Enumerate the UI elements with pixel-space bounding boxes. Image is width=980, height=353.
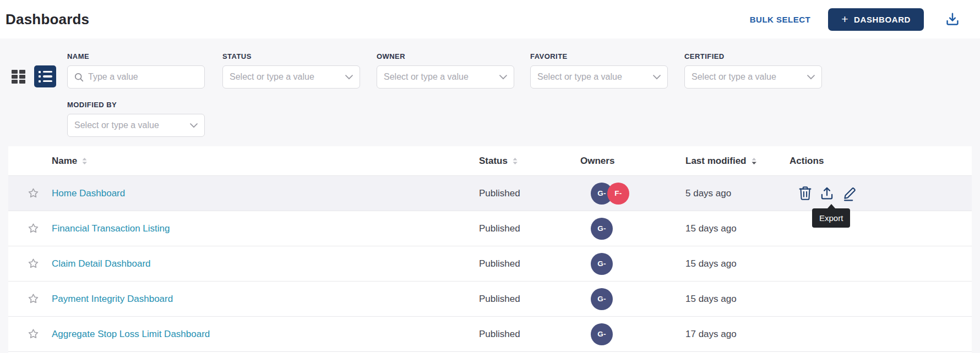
owners-cell: G- <box>580 218 685 240</box>
filter-favorite: FAVORITE Select or type a value <box>530 52 668 89</box>
table-row[interactable]: Aggregate Stop Loss Limit DashboardPubli… <box>8 317 972 352</box>
owner-avatar: G- <box>591 218 613 240</box>
delete-icon <box>798 186 812 201</box>
owner-filter-select[interactable]: Select or type a value <box>377 65 514 89</box>
export-tooltip: Export <box>812 208 850 228</box>
column-header-last-modified[interactable]: Last modified <box>685 156 790 167</box>
list-view-toggle[interactable] <box>34 65 56 87</box>
star-icon <box>27 187 40 200</box>
status-value: Published <box>479 329 580 340</box>
owners-cell: G-F- <box>580 183 685 205</box>
chevron-down-icon <box>345 75 353 80</box>
edit-icon <box>842 186 857 201</box>
sort-icon <box>752 157 756 165</box>
column-header-label: Name <box>52 156 77 167</box>
filter-certified: CERTIFIED Select or type a value <box>684 52 822 89</box>
favorite-star-button[interactable] <box>8 328 52 340</box>
grid-view-toggle[interactable] <box>12 70 25 83</box>
column-header-label: Actions <box>790 156 824 167</box>
actions-cell <box>790 246 972 281</box>
download-icon <box>944 11 961 27</box>
filter-status-label: STATUS <box>222 52 360 60</box>
owners-cell: G- <box>580 253 685 275</box>
favorite-star-button[interactable] <box>8 222 52 235</box>
owners-cell: G- <box>580 323 685 345</box>
certified-filter-select[interactable]: Select or type a value <box>684 65 822 89</box>
star-icon <box>27 257 40 270</box>
plus-icon: + <box>841 13 848 25</box>
filter-owner: OWNER Select or type a value <box>377 52 514 89</box>
table-row[interactable]: Home DashboardPublishedG-F-5 days agoExp… <box>8 176 972 211</box>
owner-filter-placeholder: Select or type a value <box>384 72 495 82</box>
actions-cell <box>790 317 972 351</box>
star-icon <box>27 293 40 305</box>
chevron-down-icon <box>653 75 661 80</box>
filter-name-label: NAME <box>67 52 205 60</box>
filter-certified-label: CERTIFIED <box>684 52 822 60</box>
search-icon <box>74 73 84 82</box>
modified-by-filter-select[interactable]: Select or type a value <box>67 114 205 137</box>
status-value: Published <box>479 294 580 305</box>
sort-icon <box>82 157 87 165</box>
favorite-star-button[interactable] <box>8 257 52 270</box>
owner-avatar: G- <box>591 288 613 310</box>
column-header-actions: Actions <box>790 156 972 167</box>
column-header-owners: Owners <box>580 156 685 167</box>
star-icon <box>27 328 40 340</box>
table-body: Home DashboardPublishedG-F-5 days agoExp… <box>8 176 972 352</box>
download-button[interactable] <box>944 11 961 27</box>
column-header-label: Last modified <box>685 156 747 167</box>
owners-cell: G- <box>580 288 685 310</box>
filter-modified-by-label: MODIFIED BY <box>67 101 205 109</box>
owner-avatar: G- <box>591 323 613 345</box>
chevron-down-icon <box>190 123 198 128</box>
status-value: Published <box>479 223 580 234</box>
edit-button[interactable] <box>842 186 857 201</box>
column-header-status[interactable]: Status <box>479 156 580 167</box>
owner-avatar: G- <box>591 253 613 275</box>
status-filter-placeholder: Select or type a value <box>230 72 341 82</box>
modified-by-filter-placeholder: Select or type a value <box>74 120 186 130</box>
bulk-select-button[interactable]: BULK SELECT <box>750 15 811 24</box>
dashboard-name-link[interactable]: Payment Integrity Dashboard <box>52 294 173 304</box>
filter-name: NAME <box>67 52 205 89</box>
dashboards-table: NameStatusOwnersLast modifiedActions Hom… <box>8 146 972 353</box>
dashboard-name-link[interactable]: Aggregate Stop Loss Limit Dashboard <box>52 329 210 339</box>
chevron-down-icon <box>499 75 507 80</box>
last-modified-value: 5 days ago <box>685 188 790 199</box>
filter-status: STATUS Select or type a value <box>222 52 360 89</box>
delete-button[interactable] <box>798 186 812 201</box>
favorite-star-button[interactable] <box>8 293 52 305</box>
filter-modified-by: MODIFIED BY Select or type a value <box>67 101 205 137</box>
chevron-down-icon <box>807 75 815 80</box>
top-bar-actions: BULK SELECT + DASHBOARD <box>750 8 961 31</box>
dashboard-name-link[interactable]: Home Dashboard <box>52 188 125 198</box>
favorite-filter-select[interactable]: Select or type a value <box>530 65 668 89</box>
dashboard-name-link[interactable]: Financial Transaction Listing <box>52 223 170 234</box>
favorite-filter-placeholder: Select or type a value <box>537 72 649 82</box>
table-row[interactable]: Claim Detail DashboardPublishedG-15 days… <box>8 246 972 282</box>
last-modified-value: 17 days ago <box>685 329 790 340</box>
export-icon <box>819 186 835 201</box>
new-dashboard-button-label: DASHBOARD <box>854 15 911 24</box>
column-header-label: Status <box>479 156 508 167</box>
column-header-name[interactable]: Name <box>52 156 479 167</box>
star-icon <box>27 222 40 235</box>
column-header-label: Owners <box>580 156 614 167</box>
table-row[interactable]: Payment Integrity DashboardPublishedG-15… <box>8 282 972 317</box>
last-modified-value: 15 days ago <box>685 294 790 305</box>
dashboard-name-link[interactable]: Claim Detail Dashboard <box>52 258 151 269</box>
new-dashboard-button[interactable]: + DASHBOARD <box>828 8 924 31</box>
filter-section: NAME STATUS Select or type a value OWNER… <box>0 38 980 146</box>
name-filter-input[interactable] <box>88 72 198 82</box>
status-filter-select[interactable]: Select or type a value <box>222 65 360 89</box>
actions-cell: Export <box>790 176 972 211</box>
last-modified-value: 15 days ago <box>685 223 790 234</box>
favorite-star-button[interactable] <box>8 187 52 200</box>
owner-avatar: F- <box>607 183 629 205</box>
actions-cell <box>790 282 972 316</box>
last-modified-value: 15 days ago <box>685 258 790 269</box>
filter-favorite-label: FAVORITE <box>530 52 668 60</box>
table-header-row: NameStatusOwnersLast modifiedActions <box>8 146 972 176</box>
export-button[interactable] <box>819 186 835 201</box>
